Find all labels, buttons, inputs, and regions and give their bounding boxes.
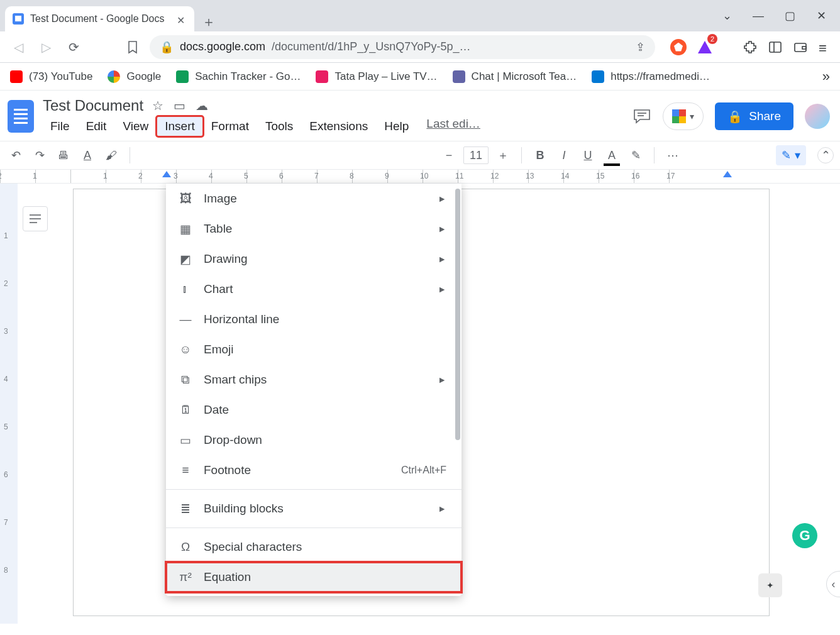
menu-item-label: Footnote: [204, 463, 390, 477]
italic-button[interactable]: I: [555, 146, 573, 165]
tab-close-icon[interactable]: ✕: [177, 14, 185, 23]
brave-rewards-icon[interactable]: 2: [698, 41, 712, 53]
comments-icon[interactable]: [633, 108, 651, 124]
insert-menu-emoji[interactable]: ☺Emoji: [166, 334, 461, 365]
google-icon: [108, 70, 120, 83]
address-bar[interactable]: 🔒 docs.google.com/document/d/1hP_y_UsnQ7…: [150, 35, 655, 59]
insert-menu-dropdown: 🖼Image►▦Table►◩Drawing►⫾Chart►—Horizonta…: [166, 184, 461, 596]
svg-rect-2: [795, 43, 806, 52]
menu-item-label: Smart chips: [204, 373, 426, 387]
smart-chips-icon: ⧉: [179, 373, 192, 387]
insert-menu-horizontal-line[interactable]: —Horizontal line: [166, 304, 461, 334]
sidebar-toggle-icon[interactable]: [768, 40, 782, 54]
menu-format[interactable]: Format: [204, 117, 257, 136]
browser-menu-icon[interactable]: ≡: [819, 40, 832, 54]
bookmark-page-button[interactable]: [122, 36, 143, 58]
show-outline-button[interactable]: [23, 206, 48, 231]
spellcheck-button[interactable]: A: [78, 146, 97, 165]
share-button[interactable]: 🔒 Share: [715, 102, 793, 130]
insert-menu-equation[interactable]: π²Equation: [166, 562, 461, 592]
youtube-icon: [10, 70, 23, 83]
ruler-left-indent-icon[interactable]: [162, 171, 171, 177]
underline-button[interactable]: U: [578, 146, 597, 165]
window-titlebar: Test Document - Google Docs ✕ ＋ ⌄ ― ▢ ✕: [0, 0, 840, 31]
insert-menu-drop-down[interactable]: ▭Drop-down: [166, 425, 461, 455]
text-color-button[interactable]: A: [602, 146, 621, 165]
menu-help[interactable]: Help: [377, 117, 416, 136]
paint-format-button[interactable]: 🖌: [102, 146, 121, 165]
lock-icon: 🔒: [160, 40, 174, 54]
side-panel-toggle[interactable]: ‹: [826, 571, 840, 597]
menu-view[interactable]: View: [115, 117, 156, 136]
grammarly-letter: G: [799, 527, 810, 544]
submenu-arrow-icon: ►: [438, 194, 446, 204]
highlight-button[interactable]: ✎: [626, 146, 645, 165]
insert-menu-chart[interactable]: ⫾Chart►: [166, 274, 461, 304]
wallet-icon[interactable]: [793, 40, 807, 54]
bookmarks-overflow-icon[interactable]: »: [822, 69, 830, 85]
insert-menu-date[interactable]: 🗓Date: [166, 395, 461, 425]
brave-shield-icon[interactable]: [670, 39, 687, 55]
menu-edit[interactable]: Edit: [79, 117, 114, 136]
bookmark-google[interactable]: Google: [108, 70, 161, 83]
window-minimize-icon[interactable]: ―: [752, 9, 765, 23]
document-title[interactable]: Test Document: [43, 97, 143, 114]
nav-forward-button[interactable]: ▷: [35, 36, 57, 58]
nav-reload-button[interactable]: ⟳: [63, 36, 84, 58]
font-size-increase[interactable]: ＋: [494, 146, 512, 165]
bookmark-youtube[interactable]: (73) YouTube: [10, 70, 92, 83]
insert-menu-special-characters[interactable]: ΩSpecial characters: [166, 532, 461, 562]
browser-tab-active[interactable]: Test Document - Google Docs ✕: [5, 6, 194, 31]
toolbar-more-button[interactable]: ⋯: [663, 146, 682, 165]
window-close-icon[interactable]: ✕: [815, 9, 827, 23]
horizontal-ruler[interactable]: 211234567891011121314151617: [0, 170, 840, 184]
menu-extensions[interactable]: Extensions: [302, 117, 375, 136]
insert-menu-table[interactable]: ▦Table►: [166, 214, 461, 244]
font-size-decrease[interactable]: −: [439, 146, 458, 165]
menu-tools[interactable]: Tools: [258, 117, 301, 136]
building-blocks-icon: ≣: [179, 502, 192, 516]
vertical-ruler[interactable]: 12345678: [0, 184, 18, 624]
bookmark-teams[interactable]: Chat | Microsoft Tea…: [453, 70, 577, 83]
new-tab-button[interactable]: ＋: [199, 13, 218, 31]
pencil-icon: ✎: [782, 148, 791, 162]
toolbar-separator: [654, 147, 655, 163]
bookmark-framedmedi[interactable]: https://framedmedi…: [592, 70, 710, 83]
ruler-right-indent-icon[interactable]: [723, 171, 732, 177]
insert-menu-image[interactable]: 🖼Image►: [166, 184, 461, 214]
submenu-arrow-icon: ►: [438, 224, 446, 234]
menu-item-label: Drop-down: [204, 433, 446, 447]
window-dropdown-icon[interactable]: ⌄: [721, 9, 733, 23]
move-icon[interactable]: ▭: [174, 99, 185, 113]
menu-insert[interactable]: Insert: [157, 117, 202, 136]
font-size-input[interactable]: 11: [463, 146, 489, 164]
toolbar-separator: [521, 147, 522, 163]
docs-logo-icon[interactable]: [8, 100, 34, 133]
window-maximize-icon[interactable]: ▢: [783, 9, 796, 23]
print-button[interactable]: 🖶: [54, 146, 73, 165]
bookmark-tata[interactable]: Tata Play – Live TV…: [316, 70, 437, 83]
grammarly-button[interactable]: G: [792, 523, 817, 548]
star-icon[interactable]: ☆: [152, 99, 163, 113]
cloud-status-icon[interactable]: ☁: [196, 99, 208, 113]
account-avatar[interactable]: [805, 104, 830, 129]
meet-button[interactable]: ▾: [663, 102, 704, 130]
nav-back-button[interactable]: ◁: [8, 36, 29, 58]
editing-mode-button[interactable]: ✎ ▾: [776, 145, 806, 165]
menu-file[interactable]: File: [43, 117, 77, 136]
insert-menu-footnote[interactable]: ≡FootnoteCtrl+Alt+F: [166, 455, 461, 485]
bold-button[interactable]: B: [531, 146, 550, 165]
bookmark-sheets[interactable]: Sachin Tracker - Go…: [176, 70, 301, 83]
redo-button[interactable]: ↷: [30, 146, 49, 165]
share-url-icon[interactable]: ⇪: [636, 40, 645, 54]
extensions-icon[interactable]: [743, 40, 757, 54]
equation-icon: π²: [179, 570, 192, 584]
insert-menu-building-blocks[interactable]: ≣Building blocks►: [166, 494, 461, 524]
insert-menu-drawing[interactable]: ◩Drawing►: [166, 244, 461, 274]
insert-menu-smart-chips[interactable]: ⧉Smart chips►: [166, 365, 461, 395]
explore-button[interactable]: ✦: [758, 573, 782, 597]
menu-item-label: Table: [204, 222, 426, 236]
last-edit-link[interactable]: Last edi…: [426, 117, 480, 136]
undo-button[interactable]: ↶: [6, 146, 25, 165]
collapse-toolbar-button[interactable]: ⌃: [817, 147, 834, 163]
